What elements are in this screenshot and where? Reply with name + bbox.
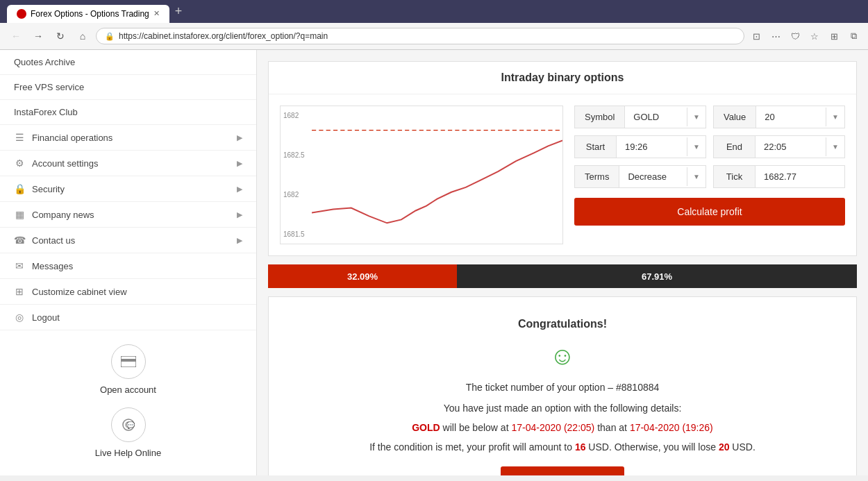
chart-label-mid2: 1682 xyxy=(283,191,305,199)
symbol-dropdown-arrow[interactable]: ▼ xyxy=(687,108,706,126)
value-control[interactable]: Value 20 ▼ xyxy=(713,106,845,128)
chart-controls-row: 1682 1682.5 1682 1681.5 xyxy=(280,106,845,244)
open-account-button[interactable] xyxy=(111,344,146,379)
lose-currency: USD. xyxy=(732,441,755,453)
symbol-control[interactable]: Symbol GOLD ▼ xyxy=(574,106,706,128)
option-details-line: GOLD will be below at 17-04-2020 (22:05)… xyxy=(283,422,842,433)
sidebar-item-company-news[interactable]: ▦ Company news ▶ xyxy=(0,202,256,228)
sidebar-item-instaforex-club[interactable]: InstaForex Club xyxy=(0,100,256,125)
card-icon xyxy=(121,356,136,367)
sidebar-item-label: InstaForex Club xyxy=(14,107,78,117)
profit-intro-text: If the condition is met, your profit wil… xyxy=(369,441,575,453)
card-body: 1682 1682.5 1682 1681.5 xyxy=(269,94,856,255)
sidebar-item-messages[interactable]: ✉ Messages xyxy=(0,253,256,279)
chevron-right-icon: ▶ xyxy=(237,236,242,245)
news-icon: ▦ xyxy=(14,209,25,220)
tick-control: Tick 1682.77 xyxy=(713,165,845,188)
sidebar-item-security[interactable]: 🔒 Security ▶ xyxy=(0,176,256,202)
sidebar-item-label: Quotes Archive xyxy=(14,57,75,67)
item-left: ☰ Financial operations xyxy=(14,132,112,143)
than-text: than at xyxy=(597,422,630,433)
end-date-link[interactable]: 17-04-2020 (22:05) xyxy=(511,422,594,433)
value-value: 20 xyxy=(756,106,826,128)
gear-icon: ⚙ xyxy=(14,158,25,169)
progress-dark-segment: 67.91% xyxy=(457,264,857,288)
end-dropdown-arrow[interactable]: ▼ xyxy=(826,137,844,156)
sidebar-item-label: Contact us xyxy=(32,235,75,246)
sidebar-item-free-vps[interactable]: Free VPS service xyxy=(0,75,256,100)
logout-icon: ◎ xyxy=(14,312,25,323)
sidebar-item-label: Account settings xyxy=(32,158,98,169)
chevron-right-icon: ▶ xyxy=(237,159,242,168)
progress-bar: 32.09% 67.91% xyxy=(268,264,857,288)
start-value: 19:26 xyxy=(617,136,687,158)
value-dropdown-arrow[interactable]: ▼ xyxy=(826,108,844,126)
sidebar-toggle-icon[interactable]: ⧉ xyxy=(846,28,861,44)
tick-label: Tick xyxy=(714,166,756,187)
sidebar-item-account-settings[interactable]: ⚙ Account settings ▶ xyxy=(0,151,256,176)
profit-line: If the condition is met, your profit wil… xyxy=(283,441,842,453)
chevron-right-icon: ▶ xyxy=(237,185,242,194)
chart-label-top: 1682 xyxy=(283,112,305,119)
sidebar-bottom: Open account 💬 Live Help Online xyxy=(0,330,256,472)
sidebar-item-label: Company news xyxy=(32,210,94,220)
toolbar-icons: ⊡ ⋯ 🛡 ☆ ⊞ ⧉ xyxy=(749,28,861,44)
chevron-right-icon: ▶ xyxy=(237,133,242,142)
start-end-row: Start 19:26 ▼ End 22:05 ▼ xyxy=(574,135,845,158)
start-label: Start xyxy=(575,136,617,158)
live-help-button[interactable]: 💬 xyxy=(111,407,146,442)
terms-control[interactable]: Terms Decrease ▼ xyxy=(574,165,706,188)
new-tab-button[interactable]: + xyxy=(175,4,183,23)
price-chart: 1682 1682.5 1682 1681.5 xyxy=(280,106,563,244)
star-icon[interactable]: ☆ xyxy=(807,28,822,44)
item-left: ☎ Contact us xyxy=(14,235,75,246)
shield-icon[interactable]: 🛡 xyxy=(787,28,803,44)
sidebar-item-quotes-archive[interactable]: Quotes Archive xyxy=(0,50,256,75)
terms-value: Decrease xyxy=(619,166,687,187)
profit-currency: USD. Otherwise, you will lose xyxy=(588,441,719,453)
controls-panel: Symbol GOLD ▼ Value 20 ▼ xyxy=(574,106,845,244)
chart-label-bot: 1681.5 xyxy=(283,230,305,238)
item-left: 🔒 Security xyxy=(14,183,65,194)
browser-toolbar: ← → ↻ ⌂ 🔒 https://cabinet.instaforex.org… xyxy=(0,23,868,50)
forward-button[interactable]: → xyxy=(29,27,47,45)
chevron-right-icon: ▶ xyxy=(237,210,242,219)
menu-icon[interactable]: ⋯ xyxy=(768,28,783,44)
envelope-icon: ✉ xyxy=(14,260,25,271)
lock-icon: 🔒 xyxy=(105,32,115,41)
sidebar-item-customize-cabinet[interactable]: ⊞ Customize cabinet view xyxy=(0,279,256,305)
library-icon[interactable]: ⊞ xyxy=(826,28,842,44)
lose-value: 20 xyxy=(719,441,730,453)
sidebar-item-label: Customize cabinet view xyxy=(32,287,127,297)
start-dropdown-arrow[interactable]: ▼ xyxy=(687,137,706,156)
sidebar-item-label: Messages xyxy=(32,261,73,271)
end-control[interactable]: End 22:05 ▼ xyxy=(713,135,845,158)
start-date-link[interactable]: 17-04-2020 (19:26) xyxy=(630,422,713,433)
congrats-title: Congratulations! xyxy=(283,318,842,330)
sidebar-item-contact-us[interactable]: ☎ Contact us ▶ xyxy=(0,228,256,253)
sidebar-item-financial-operations[interactable]: ☰ Financial operations ▶ xyxy=(0,125,256,151)
main-layout: Quotes Archive Free VPS service InstaFor… xyxy=(0,50,868,475)
lock-icon: 🔒 xyxy=(14,183,25,194)
address-bar[interactable]: 🔒 https://cabinet.instaforex.org/client/… xyxy=(96,28,744,44)
refresh-button[interactable]: ↻ xyxy=(51,27,69,45)
financial-ops-icon: ☰ xyxy=(14,132,25,143)
start-control[interactable]: Start 19:26 ▼ xyxy=(574,135,706,158)
terms-dropdown-arrow[interactable]: ▼ xyxy=(687,167,706,186)
sidebar-item-logout[interactable]: ◎ Logout xyxy=(0,305,256,330)
terms-tick-row: Terms Decrease ▼ Tick 1682.77 xyxy=(574,165,845,188)
buy-another-option-button[interactable]: Buy another option xyxy=(501,466,624,475)
symbol-highlight: GOLD xyxy=(412,422,440,433)
tab-close-button[interactable]: ✕ xyxy=(153,9,160,18)
tab-title: Forex Options - Options Trading xyxy=(31,9,149,19)
sidebar-item-label: Financial operations xyxy=(32,133,112,143)
reader-icon[interactable]: ⊡ xyxy=(749,28,764,44)
end-value: 22:05 xyxy=(756,136,826,158)
home-button[interactable]: ⌂ xyxy=(74,27,92,45)
browser-tab[interactable]: Forex Options - Options Trading ✕ xyxy=(7,5,169,23)
back-button[interactable]: ← xyxy=(7,27,25,45)
calculate-profit-button[interactable]: Calculate profit xyxy=(574,198,845,226)
end-label: End xyxy=(714,136,756,158)
value-label: Value xyxy=(714,106,756,128)
chart-y-labels: 1682 1682.5 1682 1681.5 xyxy=(283,106,305,244)
